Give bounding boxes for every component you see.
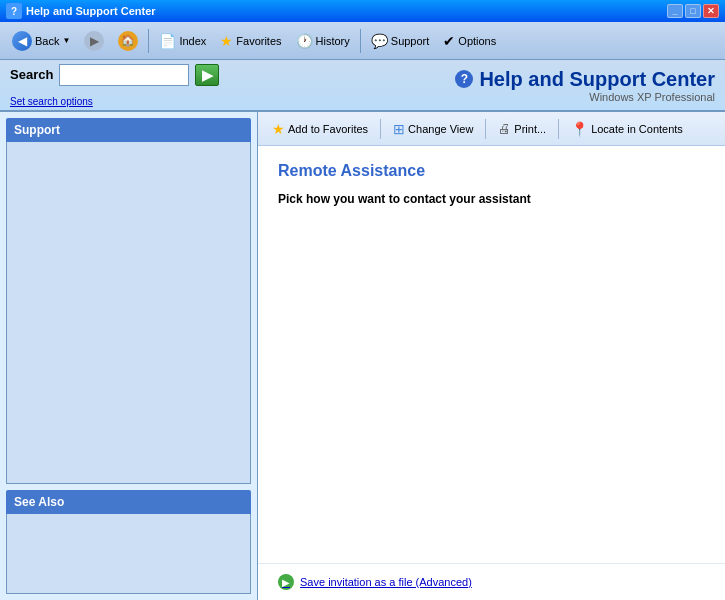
separator-1	[148, 29, 149, 53]
view-icon: ⊞	[393, 121, 405, 137]
search-bar: Search ▶ Set search options ? Help and S…	[0, 60, 725, 112]
locate-icon: 📍	[571, 121, 588, 137]
support-icon: 💬	[371, 33, 388, 49]
favorites-icon: ★	[220, 33, 233, 49]
title-bar: ? Help and Support Center _ □ ✕	[0, 0, 725, 22]
ct-sep-2	[485, 119, 486, 139]
back-button[interactable]: ◀ Back ▼	[6, 28, 76, 54]
search-input[interactable]	[59, 64, 189, 86]
save-invitation-link[interactable]: ▶ Save invitation as a file (Advanced)	[278, 574, 705, 590]
search-go-button[interactable]: ▶	[195, 64, 219, 86]
page-subtitle: Pick how you want to contact your assist…	[278, 192, 705, 206]
content-footer: ▶ Save invitation as a file (Advanced)	[258, 563, 725, 600]
search-label: Search	[10, 67, 53, 82]
home-icon: 🏠	[118, 31, 138, 51]
options-icon: ✔	[443, 33, 455, 49]
sidebar-support-header: Support	[6, 118, 251, 142]
maximize-button[interactable]: □	[685, 4, 701, 18]
history-icon: 🕐	[296, 33, 313, 49]
help-title-area: ? Help and Support Center Windows XP Pro…	[455, 68, 715, 103]
search-left: Search ▶ Set search options	[10, 64, 219, 107]
change-view-button[interactable]: ⊞ Change View	[385, 118, 481, 140]
window-controls: _ □ ✕	[667, 4, 719, 18]
options-button[interactable]: ✔ Options	[437, 30, 502, 52]
locate-in-contents-button[interactable]: 📍 Locate in Contents	[563, 118, 691, 140]
set-search-options-link[interactable]: Set search options	[10, 96, 93, 107]
print-button[interactable]: 🖨 Print...	[490, 118, 554, 139]
search-row: Search ▶	[10, 64, 219, 86]
index-icon: 📄	[159, 33, 176, 49]
support-button[interactable]: 💬 Support	[365, 30, 436, 52]
main-toolbar: ◀ Back ▼ ▶ 🏠 📄 Index ★ Favorites 🕐 Histo…	[0, 22, 725, 60]
forward-icon: ▶	[84, 31, 104, 51]
separator-2	[360, 29, 361, 53]
index-button[interactable]: 📄 Index	[153, 30, 212, 52]
minimize-button[interactable]: _	[667, 4, 683, 18]
title-bar-text: Help and Support Center	[26, 5, 663, 17]
main-area: Support See Also ★ Add to Favorites ⊞ Ch…	[0, 112, 725, 600]
favorites-button[interactable]: ★ Favorites	[214, 30, 287, 52]
page-title: Remote Assistance	[278, 162, 705, 180]
home-button[interactable]: 🏠	[112, 28, 144, 54]
sidebar-support-content	[6, 142, 251, 484]
sidebar: Support See Also	[0, 112, 258, 600]
content-body: Remote Assistance Pick how you want to c…	[258, 146, 725, 563]
back-icon: ◀	[12, 31, 32, 51]
history-button[interactable]: 🕐 History	[290, 30, 356, 52]
add-to-favorites-button[interactable]: ★ Add to Favorites	[264, 118, 376, 140]
app-icon: ?	[6, 3, 22, 19]
back-dropdown-icon[interactable]: ▼	[62, 36, 70, 45]
help-center-title: ? Help and Support Center	[455, 68, 715, 91]
help-subtitle: Windows XP Professional	[589, 91, 715, 103]
save-invitation-icon: ▶	[278, 574, 294, 590]
content-area: ★ Add to Favorites ⊞ Change View 🖨 Print…	[258, 112, 725, 600]
content-toolbar: ★ Add to Favorites ⊞ Change View 🖨 Print…	[258, 112, 725, 146]
print-icon: 🖨	[498, 121, 511, 136]
star-icon: ★	[272, 121, 285, 137]
sidebar-see-also-content	[6, 514, 251, 594]
sidebar-see-also-header: See Also	[6, 490, 251, 514]
forward-button[interactable]: ▶	[78, 28, 110, 54]
ct-sep-3	[558, 119, 559, 139]
help-question-icon: ?	[455, 70, 473, 88]
ct-sep-1	[380, 119, 381, 139]
close-button[interactable]: ✕	[703, 4, 719, 18]
